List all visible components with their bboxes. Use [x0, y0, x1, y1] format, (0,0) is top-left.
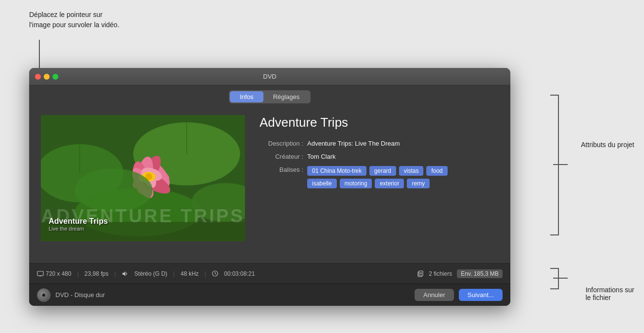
tag-item[interactable]: vistas	[399, 166, 424, 176]
tags-label: Balises :	[260, 166, 303, 173]
tags-row: Balises : 01 China Moto-trekgerardvistas…	[260, 166, 499, 188]
annotation-top: Déplacez le pointeur sur l'image pour su…	[29, 10, 120, 30]
svg-line-28	[215, 274, 216, 275]
tab-group: Infos Réglages	[229, 90, 310, 103]
status-right: 2 fichiers Env. 185,3 MB	[417, 269, 503, 278]
description-row: Description : Adventure Trips: Live The …	[260, 140, 499, 147]
footer-left: DVD - Disque dur	[37, 288, 105, 302]
thumbnail-background: ADVENTURE TRIPS Adventure Trips Live the…	[41, 115, 245, 241]
status-audio: Stéréo (G D)	[134, 270, 167, 277]
annotation-file-info: Informations sur le fichier	[586, 286, 634, 301]
status-files-icon	[417, 270, 424, 277]
dvd-icon	[37, 288, 51, 302]
tag-item[interactable]: motoring	[340, 179, 372, 188]
info-panel: Adventure Trips Description : Adventure …	[260, 115, 499, 255]
bracket-file-line	[553, 278, 568, 279]
status-files: 2 fichiers	[429, 270, 452, 277]
minimize-button[interactable]	[44, 74, 50, 80]
next-button[interactable]: Suivant...	[459, 289, 503, 301]
status-samplerate: 48 kHz	[180, 270, 198, 277]
traffic-lights	[35, 74, 58, 80]
description-value: Adventure Trips: Live The Dream	[307, 140, 400, 147]
svg-point-20	[75, 168, 153, 212]
tab-infos[interactable]: Infos	[230, 91, 263, 102]
thumbnail-subtitle: Live the dream	[49, 226, 108, 232]
title-bar: DVD	[29, 68, 510, 85]
svg-marker-25	[122, 271, 125, 276]
status-fps: 23,98 fps	[85, 270, 108, 277]
tag-item[interactable]: gerard	[369, 166, 396, 176]
tag-item[interactable]: food	[426, 166, 447, 176]
status-bar: 720 x 480 | 23,98 fps | Stéréo (G D) | 4…	[29, 263, 510, 283]
tag-item[interactable]: remy	[407, 179, 430, 188]
tab-reglages[interactable]: Réglages	[263, 91, 310, 102]
svg-rect-30	[419, 271, 423, 276]
status-size: Env. 185,3 MB	[457, 269, 503, 278]
bracket-project	[550, 95, 559, 235]
window-title: DVD	[263, 73, 276, 80]
creator-value: Tom Clark	[307, 153, 336, 160]
status-duration: 00:03:08:21	[224, 270, 255, 277]
tab-bar: Infos Réglages	[29, 85, 510, 107]
main-window: DVD Infos Réglages	[29, 68, 510, 306]
annotation-project-attributes: Attributs du projet	[581, 141, 634, 149]
svg-rect-22	[37, 271, 43, 276]
bracket-project-line	[553, 164, 568, 165]
maximize-button[interactable]	[52, 74, 58, 80]
thumbnail-area: ADVENTURE TRIPS Adventure Trips Live the…	[41, 115, 245, 241]
creator-row: Créateur : Tom Clark	[260, 153, 499, 160]
status-resolution: 720 x 480	[37, 270, 71, 277]
footer-right: Annuler Suivant...	[415, 289, 503, 301]
content-area: ADVENTURE TRIPS Adventure Trips Live the…	[29, 107, 510, 263]
thumbnail-text-overlay: Adventure Trips Live the dream	[49, 217, 108, 232]
thumbnail-title: Adventure Trips	[49, 217, 108, 226]
tag-item[interactable]: 01 China Moto-trek	[307, 166, 366, 176]
tags-container: 01 China Moto-trekgerardvistasfoodisabel…	[307, 166, 463, 188]
connector-line-top	[39, 40, 40, 69]
dvd-hole	[42, 294, 45, 297]
close-button[interactable]	[35, 74, 41, 80]
tag-item[interactable]: isabelle	[307, 179, 337, 188]
status-audio-icon	[122, 271, 128, 277]
cancel-button[interactable]: Annuler	[415, 289, 454, 301]
footer-dvd-label: DVD - Disque dur	[55, 291, 105, 299]
bracket-file	[550, 268, 559, 289]
tag-item[interactable]: exterior	[375, 179, 404, 188]
project-title: Adventure Trips	[260, 115, 499, 130]
creator-label: Créateur :	[260, 153, 303, 160]
footer-bar: DVD - Disque dur Annuler Suivant...	[29, 283, 510, 306]
status-duration-icon	[212, 270, 218, 277]
description-label: Description :	[260, 140, 303, 147]
